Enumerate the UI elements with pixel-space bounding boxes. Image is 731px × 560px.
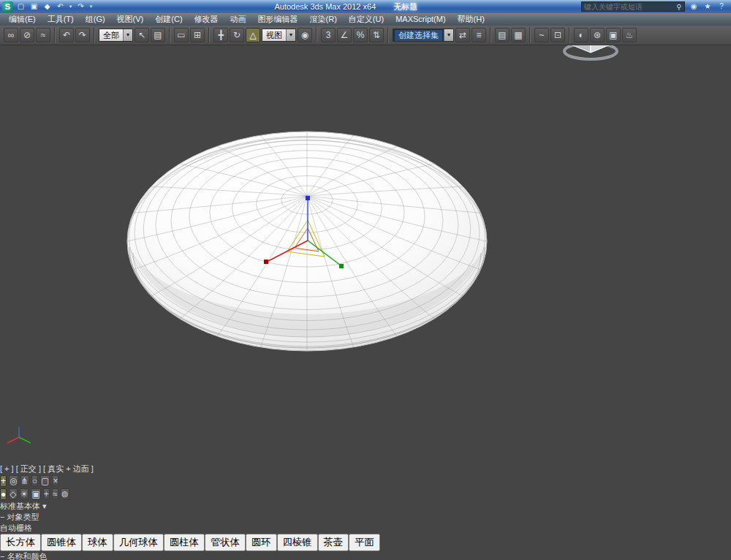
menubar-item-1[interactable]: 工具(T)	[42, 13, 80, 26]
move-icon[interactable]: ╋	[213, 28, 228, 42]
app-logo-icon[interactable]: S	[2, 1, 13, 12]
primitive-button-3[interactable]: 几何球体	[113, 534, 164, 551]
command-panel: + ◎ ⋔ ○ ▢ × ● ◇ ☀ ▣ + ≈ ⊚ 标准基本体 ▾ − 对象类型…	[0, 474, 731, 560]
menubar-item-9[interactable]: 自定义(U)	[343, 13, 390, 26]
lights-icon[interactable]: ☀	[20, 488, 29, 500]
create-tab-icon[interactable]: +	[0, 475, 7, 487]
main-toolbar: ∞ ⊘ ≈ ↶ ↷ 全部▾ ↖ ▤ ▭ ⊞ ╋ ↻ △ 视图▾ ◉ 3 ∠ % …	[0, 26, 731, 45]
primitive-category-dropdown[interactable]: 标准基本体 ▾	[0, 501, 731, 512]
viewport-shading-menu[interactable]: [ 真实 + 边面 ]	[43, 464, 94, 473]
redo-icon[interactable]: ↷	[75, 1, 86, 12]
rotate-icon[interactable]: ↻	[230, 28, 244, 42]
viewport-canvas[interactable]	[0, 0, 626, 462]
new-file-icon[interactable]: ▢	[15, 1, 26, 12]
scale-icon[interactable]: △	[246, 28, 260, 42]
region-shape-icon[interactable]: ▭	[174, 28, 189, 42]
undo-icon[interactable]: ↶	[55, 1, 66, 12]
window-crossing-icon[interactable]: ⊞	[190, 28, 205, 42]
mirror-icon[interactable]: ⇄	[455, 28, 470, 42]
spacewarps-icon[interactable]: ≈	[52, 488, 58, 500]
snap-3d-icon[interactable]: 3	[321, 28, 336, 42]
hierarchy-tab-icon[interactable]: ⋔	[20, 475, 29, 487]
search-icon[interactable]: ⚲	[674, 3, 684, 11]
unlink-icon[interactable]: ⊘	[20, 28, 34, 42]
selection-filter-dropdown[interactable]: 全部▾	[99, 29, 133, 42]
render-icon[interactable]: ♨	[622, 28, 637, 42]
favorites-icon[interactable]: ★	[702, 1, 713, 12]
render-setup-icon[interactable]: ⊛	[590, 28, 605, 42]
named-selection-dropdown[interactable]: 创建选择集▾	[393, 29, 454, 42]
menubar-item-10[interactable]: MAXScript(M)	[390, 13, 451, 26]
modify-tab-icon[interactable]: ◎	[9, 475, 18, 487]
menubar-item-2[interactable]: 组(G)	[80, 13, 111, 26]
layers-icon[interactable]: ▤	[495, 28, 510, 42]
schematic-icon[interactable]: ⊡	[550, 28, 565, 42]
title-bar: S ▢ ▣ ◆ ↶ ▾ ↷ ▾ Autodesk 3ds Max 2012 x6…	[0, 0, 731, 13]
primitive-button-5[interactable]: 管状体	[205, 534, 246, 551]
rollout-object-type[interactable]: − 对象类型	[0, 512, 731, 523]
primitive-button-4[interactable]: 圆柱体	[164, 534, 205, 551]
angle-snap-icon[interactable]: ∠	[337, 28, 352, 42]
shapes-icon[interactable]: ◇	[9, 488, 17, 500]
rendered-frame-icon[interactable]: ▣	[606, 28, 621, 42]
spinner-snap-icon[interactable]: ⇅	[369, 28, 384, 42]
dropdown-arrow-icon[interactable]: ▾	[88, 1, 94, 12]
viewport-label: [ + ] [ 正交 ] [ 真实 + 边面 ]	[0, 463, 731, 474]
world-axis-icon	[7, 427, 31, 443]
menubar-item-11[interactable]: 帮助(H)	[452, 13, 491, 26]
primitive-button-9[interactable]: 平面	[349, 534, 380, 551]
command-panel-tabs: + ◎ ⋔ ○ ▢ ×	[0, 474, 731, 488]
open-file-icon[interactable]: ▣	[29, 1, 39, 12]
reference-coordinate-dropdown[interactable]: 视图▾	[262, 29, 296, 42]
primitive-button-2[interactable]: 球体	[82, 534, 113, 551]
systems-icon[interactable]: ⊚	[61, 488, 69, 500]
primitive-button-0[interactable]: 长方体	[0, 534, 41, 551]
viewport-general-menu[interactable]: [ + ]	[0, 464, 14, 473]
align-icon[interactable]: ≡	[471, 28, 486, 42]
app-title: Autodesk 3ds Max 2012 x64	[274, 2, 376, 11]
viewport[interactable]: [ + ] [ 正交 ] [ 真实 + 边面 ]	[0, 0, 731, 474]
help-icon[interactable]: ?	[716, 1, 727, 12]
menubar-item-6[interactable]: 动画	[224, 13, 252, 26]
rollout-name-color[interactable]: − 名称和颜色	[0, 551, 731, 560]
menubar-item-3[interactable]: 视图(V)	[111, 13, 150, 26]
undo-icon[interactable]: ↶	[59, 28, 74, 42]
menubar-item-5[interactable]: 修改器	[189, 13, 224, 26]
primitive-button-6[interactable]: 圆环	[246, 534, 277, 551]
helpers-icon[interactable]: +	[43, 488, 50, 500]
dropdown-arrow-icon: ▾	[42, 502, 47, 510]
primitive-button-8[interactable]: 茶壶	[318, 534, 349, 551]
menubar-item-7[interactable]: 图形编辑器	[252, 13, 304, 26]
menubar-item-8[interactable]: 渲染(R)	[304, 13, 343, 26]
save-file-icon[interactable]: ◆	[42, 1, 53, 12]
communication-icon[interactable]: ◉	[689, 1, 699, 12]
material-editor-icon[interactable]: ◐	[574, 28, 588, 42]
rollout-name-color-label: 名称和颜色	[7, 552, 48, 560]
curve-editor-icon[interactable]: ~	[534, 28, 549, 42]
geometry-icon[interactable]: ●	[0, 488, 7, 500]
select-object-icon[interactable]: ↖	[135, 28, 149, 42]
primitive-button-7[interactable]: 四棱锥	[277, 534, 318, 551]
cameras-icon[interactable]: ▣	[31, 488, 40, 500]
utilities-tab-icon[interactable]: ×	[52, 475, 58, 487]
motion-tab-icon[interactable]: ○	[31, 475, 38, 487]
primitive-button-1[interactable]: 圆锥体	[41, 534, 82, 551]
primitive-button-grid: 长方体圆锥体球体几何球体圆柱体管状体圆环四棱锥茶壶平面	[0, 534, 731, 551]
select-link-icon[interactable]: ∞	[4, 28, 18, 42]
percent-snap-icon[interactable]: %	[353, 28, 368, 42]
menu-bar: 编辑(E)工具(T)组(G)视图(V)创建(C)修改器动画图形编辑器渲染(R)自…	[0, 13, 731, 26]
dropdown-arrow-icon[interactable]: ▾	[68, 1, 73, 12]
bind-spacewarp-icon[interactable]: ≈	[36, 28, 50, 42]
ribbon-icon[interactable]: ▦	[511, 28, 526, 42]
display-tab-icon[interactable]: ▢	[40, 475, 50, 487]
viewport-pov-menu[interactable]: [ 正交 ]	[16, 464, 41, 473]
3ds-max-window: S ▢ ▣ ◆ ↶ ▾ ↷ ▾ Autodesk 3ds Max 2012 x6…	[0, 0, 731, 560]
redo-icon[interactable]: ↷	[75, 28, 90, 42]
infocenter-search-input[interactable]	[582, 2, 674, 11]
select-by-name-icon[interactable]: ▤	[151, 28, 165, 42]
infocenter: ⚲ ◉ ★ ?	[581, 1, 727, 12]
menubar-item-4[interactable]: 创建(C)	[149, 13, 188, 26]
menubar-item-0[interactable]: 编辑(E)	[3, 13, 42, 26]
pivot-icon[interactable]: ◉	[298, 28, 312, 42]
rollout-minus-icon: −	[0, 512, 4, 521]
